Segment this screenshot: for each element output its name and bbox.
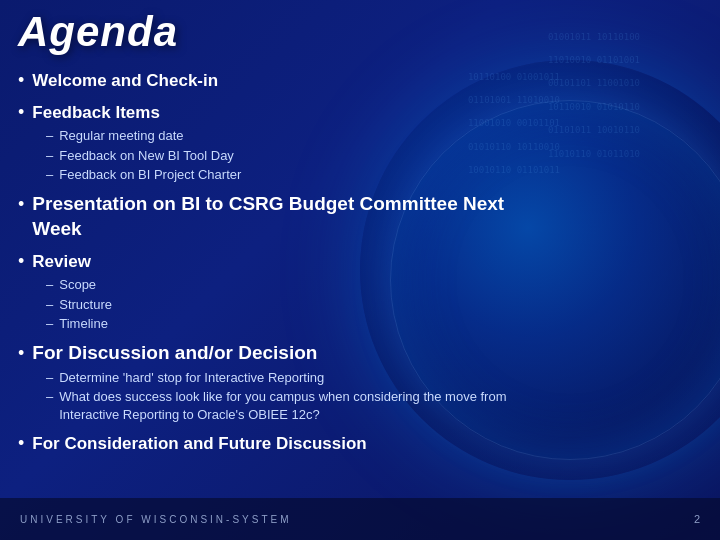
section-discussion: • For Discussion and/or Decision – Deter… — [18, 341, 520, 423]
review-sub-1: Scope — [59, 276, 96, 294]
list-item: – Structure — [46, 296, 520, 314]
review-subitems: – Scope – Structure – Timeline — [46, 276, 520, 333]
bullet-dot: • — [18, 343, 24, 364]
slide: 01001011 10110100 11010010 01101001 0010… — [0, 0, 720, 540]
discussion-sub-1: Determine 'hard' stop for Interactive Re… — [59, 369, 324, 387]
section-feedback: • Feedback Items – Regular meeting date … — [18, 100, 520, 184]
list-item: – Feedback on New BI Tool Day — [46, 147, 520, 165]
review-sub-3: Timeline — [59, 315, 108, 333]
bullet-dot: • — [18, 251, 24, 272]
consideration-label: For Consideration and Future Discussion — [32, 433, 366, 455]
sub-dash: – — [46, 297, 53, 312]
university-name: UNIVERSITY OF WISCONSIN-SYSTEM — [20, 514, 292, 525]
list-item: – Determine 'hard' stop for Interactive … — [46, 369, 520, 387]
discussion-sub-2: What does success look like for you camp… — [59, 388, 520, 423]
review-sub-2: Structure — [59, 296, 112, 314]
sub-dash: – — [46, 167, 53, 182]
slide-content: • Welcome and Check-in • Feedback Items … — [18, 68, 520, 490]
list-item: – Scope — [46, 276, 520, 294]
section-presentation: • Presentation on BI to CSRG Budget Comm… — [18, 192, 520, 241]
bullet-dot: • — [18, 70, 24, 91]
bullet-dot: • — [18, 194, 24, 215]
section-consideration: • For Consideration and Future Discussio… — [18, 431, 520, 455]
feedback-sub-2: Feedback on New BI Tool Day — [59, 147, 234, 165]
sub-dash: – — [46, 389, 53, 404]
page-number: 2 — [694, 513, 700, 525]
sub-dash: – — [46, 277, 53, 292]
section-review: • Review – Scope – Structure – Timeline — [18, 249, 520, 333]
bullet-dot: • — [18, 102, 24, 123]
feedback-label: Feedback Items — [32, 102, 160, 124]
sub-dash: – — [46, 128, 53, 143]
welcome-label: Welcome and Check-in — [32, 70, 218, 92]
section-welcome: • Welcome and Check-in — [18, 68, 520, 92]
review-label: Review — [32, 251, 91, 273]
presentation-label: Presentation on BI to CSRG Budget Commit… — [32, 192, 520, 241]
sub-dash: – — [46, 316, 53, 331]
list-item: – What does success look like for you ca… — [46, 388, 520, 423]
feedback-sub-1: Regular meeting date — [59, 127, 183, 145]
slide-footer: UNIVERSITY OF WISCONSIN-SYSTEM 2 — [0, 498, 720, 540]
sub-dash: – — [46, 148, 53, 163]
discussion-subitems: – Determine 'hard' stop for Interactive … — [46, 369, 520, 424]
sub-dash: – — [46, 370, 53, 385]
list-item: – Timeline — [46, 315, 520, 333]
list-item: – Regular meeting date — [46, 127, 520, 145]
slide-title: Agenda — [18, 8, 178, 56]
feedback-subitems: – Regular meeting date – Feedback on New… — [46, 127, 520, 184]
list-item: – Feedback on BI Project Charter — [46, 166, 520, 184]
bullet-dot: • — [18, 433, 24, 454]
discussion-label: For Discussion and/or Decision — [32, 341, 317, 366]
feedback-sub-3: Feedback on BI Project Charter — [59, 166, 241, 184]
